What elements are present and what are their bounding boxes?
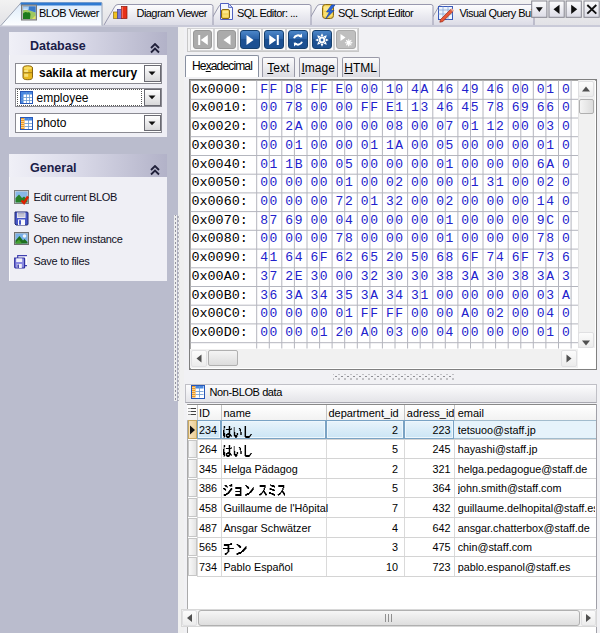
svg-text:BLOB Viewer: BLOB Viewer	[39, 7, 100, 19]
svg-text:Diagram Viewer: Diagram Viewer	[137, 7, 208, 19]
svg-text:SQL Editor: ...: SQL Editor: ...	[237, 7, 298, 19]
svg-text:SQL Script Editor: SQL Script Editor	[338, 7, 414, 19]
svg-text:Visual Query Buil: Visual Query Buil	[460, 7, 535, 19]
